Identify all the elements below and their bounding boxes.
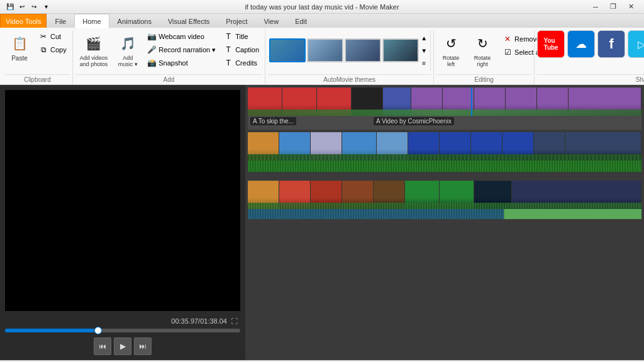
tab-visual-effects[interactable]: Visual Effects — [160, 14, 218, 28]
close-button[interactable]: ✕ — [623, 1, 639, 13]
select-all-icon: ☑ — [502, 47, 513, 57]
themes-items: ▲ ▼ ≡ — [268, 30, 431, 73]
snapshot-button[interactable]: 📸 Snapshot — [143, 57, 219, 69]
video-track-2[interactable] — [248, 132, 641, 161]
tab-file[interactable]: File — [47, 14, 74, 28]
share-items: YouTube ☁ f ▷ ⬤⬤ 💾 Savemovie ▾ — [537, 30, 644, 73]
scrubber-handle[interactable] — [94, 327, 102, 334]
playhead[interactable] — [471, 88, 472, 116]
main-area: 00:35.97/01:38.04 ⛶ ⏮ ▶ ⏭ — [0, 85, 644, 360]
quick-access: 💾 ↩ ↪ ▾ — [5, 2, 51, 12]
theme-item-1[interactable] — [269, 38, 306, 62]
window-controls: ─ ❐ ✕ — [587, 1, 639, 13]
text-tools-col: T Title T Caption T Credits — [220, 30, 262, 69]
media-tools-col: 📷 Webcam video 🎤 Record narration ▾ 📸 Sn… — [143, 30, 219, 69]
video-track-3[interactable] — [248, 181, 641, 209]
audio-waveform-3a — [248, 209, 504, 219]
track-3 — [248, 181, 641, 219]
rotate-left-button[interactable]: ↺ Rotateleft — [436, 30, 465, 71]
caption-button[interactable]: T Caption — [220, 43, 262, 56]
fast-forward-button[interactable]: ⏭ — [134, 337, 152, 355]
ribbon: Video Tools File Home Animations Visual … — [0, 14, 644, 85]
group-editing: ↺ Rotateleft ↻ Rotateright ✕ Remove — [434, 30, 535, 84]
add-videos-button[interactable]: 🎬 Add videosand photos — [75, 30, 113, 71]
add-music-button[interactable]: 🎵 Addmusic ▾ — [113, 30, 142, 71]
webcam-icon: 📷 — [147, 31, 157, 42]
youtube-button[interactable]: YouTube — [537, 30, 565, 58]
add-videos-icon: 🎬 — [84, 33, 104, 54]
audio-waveform-2 — [248, 161, 641, 172]
timecode: 00:35.97/01:38.04 — [171, 317, 227, 325]
theme-item-2[interactable] — [307, 38, 343, 62]
minimize-button[interactable]: ─ — [587, 1, 604, 13]
rewind-button[interactable]: ⏮ — [94, 337, 111, 355]
narration-button[interactable]: 🎤 Record narration ▾ — [143, 43, 219, 56]
paste-button[interactable]: 📋 Paste — [5, 30, 34, 65]
tab-view[interactable]: View — [255, 14, 287, 28]
clipboard-items: 📋 Paste ✂ Cut ⧉ Copy — [5, 30, 70, 73]
share-label: Share — [537, 74, 644, 84]
cut-button[interactable]: ✂ Cut — [35, 30, 70, 43]
themes-more-button[interactable]: ≡ — [419, 57, 429, 69]
group-clipboard: 📋 Paste ✂ Cut ⧉ Copy Clipboard — [3, 30, 73, 84]
dropdown-icon[interactable]: ▾ — [41, 2, 51, 12]
terrain-strip-3 — [248, 203, 641, 209]
audio-waveform-3b — [504, 209, 641, 219]
audio-track-2 — [248, 161, 641, 172]
scrubber-bar[interactable] — [5, 329, 240, 332]
youtube-label: YouTube — [544, 37, 558, 51]
themes-down-button[interactable]: ▼ — [419, 44, 429, 57]
onedrive-button[interactable]: ☁ — [567, 30, 595, 58]
title-button[interactable]: T Title — [220, 30, 262, 43]
editing-items: ↺ Rotateleft ↻ Rotateright ✕ Remove — [436, 30, 531, 73]
rotate-right-button[interactable]: ↻ Rotateright — [468, 30, 497, 71]
tab-animations[interactable]: Animations — [109, 14, 160, 28]
track-1: A To skip the... A Video by CosmicPhoeni… — [248, 88, 641, 130]
video-track-1[interactable] — [248, 88, 641, 116]
cut-icon: ✂ — [38, 31, 48, 42]
restore-button[interactable]: ❐ — [605, 1, 621, 13]
webcam-button[interactable]: 📷 Webcam video — [143, 30, 219, 43]
title-bar-left: 💾 ↩ ↪ ▾ — [5, 2, 51, 12]
save-icon[interactable]: 💾 — [5, 2, 15, 12]
tab-project[interactable]: Project — [218, 14, 255, 28]
tab-home[interactable]: Home — [74, 14, 109, 28]
fullscreen-icon[interactable]: ⛶ — [231, 317, 238, 325]
preview-panel: 00:35.97/01:38.04 ⛶ ⏮ ▶ ⏭ — [0, 85, 245, 360]
title-icon: T — [223, 31, 233, 42]
vimeo-icon: ▷ — [638, 38, 644, 50]
ribbon-tab-bar: Video Tools File Home Animations Visual … — [0, 14, 644, 28]
playback-controls: ⏮ ▶ ⏭ — [5, 337, 240, 355]
paste-icon: 📋 — [9, 33, 30, 54]
group-share: YouTube ☁ f ▷ ⬤⬤ 💾 Savemovie ▾ — [535, 30, 644, 84]
tab-edit[interactable]: Edit — [287, 14, 315, 28]
vimeo-button[interactable]: ▷ — [628, 30, 644, 58]
copy-button[interactable]: ⧉ Copy — [35, 43, 70, 56]
undo-icon[interactable]: ↩ — [17, 2, 27, 12]
rotate-right-icon: ↻ — [472, 33, 492, 54]
cut-copy-col: ✂ Cut ⧉ Copy — [35, 30, 70, 56]
audio-waveform-3-container — [248, 209, 641, 219]
themes-up-button[interactable]: ▲ — [419, 31, 429, 44]
credits-button[interactable]: T Credits — [220, 57, 262, 69]
themes-strip: ▲ ▼ ≡ — [268, 30, 431, 71]
rotate-left-icon: ↺ — [441, 33, 461, 54]
preview-screen — [5, 90, 240, 311]
group-add: 🎬 Add videosand photos 🎵 Addmusic ▾ 📷 We… — [73, 30, 265, 84]
ribbon-content: 📋 Paste ✂ Cut ⧉ Copy Clipboard — [0, 28, 644, 84]
title-bar: 💾 ↩ ↪ ▾ if today was your last day music… — [0, 0, 644, 14]
track-2 — [248, 132, 641, 172]
facebook-button[interactable]: f — [597, 30, 625, 58]
narration-icon: 🎤 — [147, 45, 157, 55]
redo-icon[interactable]: ↪ — [29, 2, 39, 12]
caption-label-1[interactable]: A To skip the... — [250, 117, 296, 125]
theme-item-3[interactable] — [345, 38, 381, 62]
tab-video-tools[interactable]: Video Tools — [0, 14, 47, 28]
play-button[interactable]: ▶ — [114, 337, 131, 355]
timeline-area: A To skip the... A Video by CosmicPhoeni… — [245, 85, 644, 360]
scrubber-fill — [5, 329, 94, 332]
theme-item-4[interactable] — [382, 38, 419, 62]
add-label: Add — [75, 74, 262, 84]
track-spacer — [248, 174, 641, 178]
caption-label-2[interactable]: A Video by CosmicPhoenix — [374, 117, 454, 125]
